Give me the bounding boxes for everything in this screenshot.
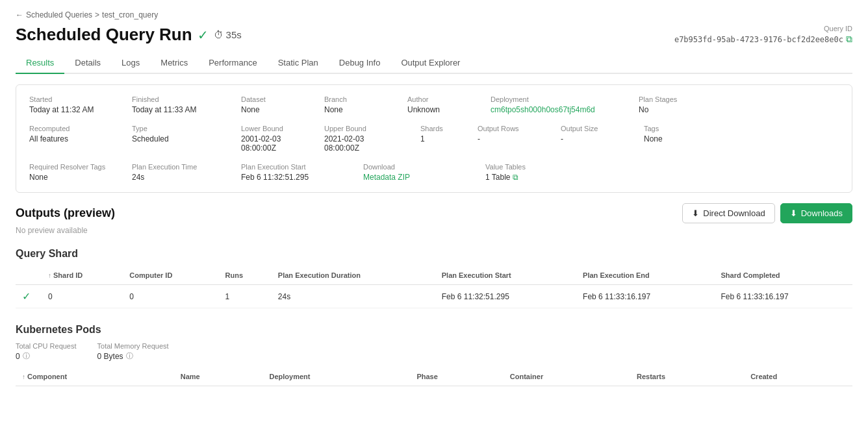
info-resolver-tags: Required Resolver Tags None [29,163,127,182]
th-computer-id: Computer ID [123,266,218,285]
tab-static-plan[interactable]: Static Plan [268,53,329,74]
info-plan-exec-time: Plan Execution Time 24s [132,163,236,182]
query-shard-header-row: ↑Shard ID Computer ID Runs Plan Executio… [16,266,852,285]
row-shard-completed: Feb 6 11:33:16.197 [715,285,852,308]
total-memory-item: Total Memory Request 0 Bytes ⓘ [97,342,169,361]
deployment-link[interactable]: cm6tpo5sh000h0os67tj54m6d [491,105,633,114]
th-name: Name [174,367,263,386]
row-runs: 1 [219,285,272,308]
breadcrumb-separator: > [95,10,99,19]
th-shard-completed: Shard Completed [715,266,852,285]
outputs-section-header: Outputs (preview) ⬇ Direct Download ⬇ Do… [16,203,852,223]
tab-logs[interactable]: Logs [111,53,150,74]
tab-output-explorer[interactable]: Output Explorer [390,53,470,74]
status-check-icon: ✓ [198,27,209,43]
info-started: Started Today at 11:32 AM [29,95,127,114]
downloads-button[interactable]: ⬇ Downloads [780,203,852,223]
info-output-rows: Output Rows - [478,125,555,153]
direct-download-button[interactable]: ⬇ Direct Download [682,203,774,223]
breadcrumb-current: test_cron_query [102,10,158,19]
info-branch: Branch None [324,95,402,114]
th-shard-id[interactable]: ↑Shard ID [42,266,123,285]
outputs-title: Outputs (preview) [16,206,115,220]
info-recomputed: Recomputed All features [29,125,127,153]
th-k8s-deployment: Deployment [262,367,410,386]
tab-debug-info[interactable]: Debug Info [329,53,391,74]
info-finished: Finished Today at 11:33 AM [132,95,236,114]
info-download: Download Metadata ZIP [363,163,480,182]
row-status-icon: ✓ [16,285,42,308]
query-id-value: e7b953fd-95ab-4723-9176-bcf2d2ee8e0c [674,35,843,44]
tab-metrics[interactable]: Metrics [150,53,198,74]
th-created: Created [744,367,852,386]
page-title: Scheduled Query Run [16,25,192,45]
kubernetes-meta: Total CPU Request 0 ⓘ Total Memory Reque… [16,342,852,361]
kubernetes-table: ↑Component Name Deployment Phase Contain… [16,367,852,386]
info-plan-stages: Plan Stages No [639,95,717,114]
row-plan-exec-duration: 24s [272,285,435,308]
direct-download-label: Direct Download [703,208,765,218]
info-shards: Shards 1 [420,125,472,153]
info-dataset: Dataset None [241,95,319,114]
info-panel: Started Today at 11:32 AM Finished Today… [16,84,852,193]
downloads-icon: ⬇ [790,208,797,218]
total-memory-value: 0 Bytes ⓘ [97,351,169,361]
value-tables-copy-icon[interactable]: ⧉ [513,173,518,182]
th-restarts: Restarts [630,367,744,386]
th-status [16,266,42,285]
tab-bar: Results Details Logs Metrics Performance… [16,53,852,74]
row-shard-id: 0 [42,285,123,308]
outputs-actions: ⬇ Direct Download ⬇ Downloads [682,203,852,223]
query-id-label: Query ID [674,25,852,32]
th-plan-exec-duration: Plan Execution Duration [272,266,435,285]
cpu-info-icon[interactable]: ⓘ [23,351,30,361]
direct-download-icon: ⬇ [692,208,699,218]
th-component[interactable]: ↑Component [16,367,174,386]
kubernetes-section: Kubernetes Pods Total CPU Request 0 ⓘ To… [16,324,852,386]
outputs-subtitle: No preview available [16,226,852,235]
info-lower-bound: Lower Bound 2001-02-0308:00:00Z [241,125,319,153]
info-type: Type Scheduled [132,125,236,153]
kubernetes-title: Kubernetes Pods [16,324,852,336]
kubernetes-header-row: ↑Component Name Deployment Phase Contain… [16,367,852,386]
back-arrow[interactable]: ← [16,10,23,19]
info-deployment: Deployment cm6tpo5sh000h0os67tj54m6d [491,95,633,114]
info-upper-bound: Upper Bound 2021-02-0308:00:00Z [324,125,415,153]
tab-results[interactable]: Results [16,53,64,74]
breadcrumb: ← Scheduled Queries > test_cron_query [16,10,852,19]
row-computer-id: 0 [123,285,218,308]
total-cpu-item: Total CPU Request 0 ⓘ [16,342,77,361]
info-plan-exec-start: Plan Execution Start Feb 6 11:32:51.295 [241,163,358,182]
timer-icon: ⏱ [214,29,223,40]
total-cpu-value: 0 ⓘ [16,351,77,361]
th-plan-exec-start: Plan Execution Start [435,266,576,285]
th-phase: Phase [410,367,503,386]
total-memory-label: Total Memory Request [97,342,169,350]
downloads-label: Downloads [801,208,843,218]
value-tables-count: 1 Table [485,173,510,182]
table-row: ✓ 0 0 1 24s Feb 6 11:32:51.295 Feb 6 11:… [16,285,852,308]
timer-badge: ⏱ 35s [214,29,242,40]
tab-details[interactable]: Details [64,53,111,74]
query-shard-title: Query Shard [16,248,852,260]
info-author: Author Unknown [407,95,485,114]
metadata-zip-link[interactable]: Metadata ZIP [363,173,410,182]
duration-value: 35s [226,29,242,40]
query-id-area: Query ID e7b953fd-95ab-4723-9176-bcf2d2e… [674,25,852,45]
th-plan-exec-end: Plan Execution End [576,266,714,285]
row-plan-exec-end: Feb 6 11:33:16.197 [576,285,714,308]
query-shard-section: Query Shard ↑Shard ID Computer ID Runs P… [16,248,852,308]
row-plan-exec-start: Feb 6 11:32:51.295 [435,285,576,308]
breadcrumb-parent[interactable]: Scheduled Queries [26,10,92,19]
info-output-size: Output Size - [561,125,639,153]
info-value-tables: Value Tables 1 Table ⧉ [485,163,602,182]
info-tags: Tags None [644,125,696,153]
copy-query-id-icon[interactable]: ⧉ [846,34,852,45]
page-header: Scheduled Query Run ✓ ⏱ 35s Query ID e7b… [16,25,852,45]
query-shard-table: ↑Shard ID Computer ID Runs Plan Executio… [16,266,852,308]
th-container: Container [504,367,630,386]
th-runs: Runs [219,266,272,285]
memory-info-icon[interactable]: ⓘ [126,351,133,361]
total-cpu-label: Total CPU Request [16,342,77,350]
tab-performance[interactable]: Performance [198,53,267,74]
